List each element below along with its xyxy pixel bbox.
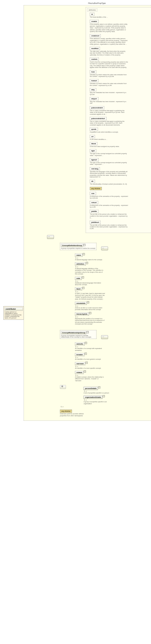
element-desc: Represents the position of a concept in …	[75, 318, 105, 325]
attr-desc: A refinement of the semantics of the pro…	[90, 204, 128, 208]
cardinality: 0..∞	[84, 390, 114, 392]
expand-icon[interactable]: +	[84, 370, 86, 372]
choice-group: personDetails+0..∞A set of properties sp…	[60, 385, 151, 408]
root-desc: A party (person or organisation) which m…	[4, 311, 23, 319]
attr-desc: The job title of the person who created …	[90, 214, 128, 219]
any-other-attr: any ##other	[90, 187, 102, 190]
expand-icon[interactable]: +	[82, 287, 84, 289]
attribute-item: creatoruriIf the attribute is empty, spe…	[90, 34, 151, 45]
attr-name: jobtitleuri	[90, 221, 100, 224]
element-desc: In NAR 1.8 and later, facet is deprecate…	[75, 293, 105, 300]
attr-name: dir	[90, 180, 95, 183]
group-desc: A group of properties required to define…	[61, 248, 95, 249]
attr-desc: Why the metadata has been included - exp…	[90, 101, 128, 104]
element-desc: A natural language definition of the sem…	[75, 268, 105, 275]
attr-desc: Indicates by which means the value was e…	[90, 74, 128, 78]
attribute-item: typeThe type of the concept assigned as …	[90, 149, 151, 156]
expand-icon[interactable]: +	[103, 395, 105, 397]
attribute-item: howuriIndicates by which means the value…	[90, 79, 151, 86]
main-container: contributor A party (person or organisat…	[24, 5, 151, 421]
attr-name: why	[90, 88, 96, 91]
element-name: name	[75, 254, 82, 257]
attr-name: xml:lang	[90, 167, 100, 170]
element-item: definition+0..∞A natural language defini…	[75, 262, 105, 275]
element-desc: A related concept, where the relationshi…	[75, 376, 105, 382]
cardinality: 0..∞	[76, 366, 105, 367]
attr-desc: A URI which identifies a ...	[90, 138, 128, 140]
sequence-icon	[101, 335, 108, 339]
expand-icon[interactable]: +	[86, 331, 89, 333]
element-name: personDetails	[84, 387, 98, 390]
attribute-item: creatorIf the property value is not defi…	[90, 20, 151, 32]
attribute-item: roleA refinement of the semantics of the…	[90, 192, 151, 199]
attribute-item: jobtitleThe job title of the person who …	[90, 210, 151, 219]
element-item: remoteInfo+0..∞A link to an item or a we…	[75, 301, 105, 311]
attr-name: literal	[90, 142, 97, 145]
element-name: related	[75, 371, 84, 374]
expand-icon[interactable]: +	[86, 362, 88, 364]
expand-icon[interactable]: +	[83, 244, 86, 246]
expand-icon[interactable]: +	[86, 262, 88, 264]
attribute-item: typeuriThe type of the concept assigned …	[90, 158, 151, 166]
attr-name: typeuri	[90, 158, 98, 162]
attr-desc: Specifies the language of this property …	[90, 171, 128, 178]
attr-name: uri	[90, 135, 95, 138]
attribute-item: whyuriWhy the metadata has been included…	[90, 97, 151, 104]
root-element: contributor A party (person or organisat…	[4, 306, 24, 320]
expand-icon[interactable]: +	[83, 253, 85, 255]
cardinality: 0..∞	[84, 399, 114, 401]
element-item: hierarchyInfo+0..∞Represents the positio…	[75, 312, 105, 325]
cardinality: 0..∞	[76, 266, 105, 268]
element-name: broader	[75, 353, 84, 356]
attr-name: type	[90, 149, 96, 152]
attr-desc: One or many constraints that apply to pu…	[90, 120, 128, 126]
attr-desc: The job title of the person who created …	[90, 224, 128, 230]
attr-name: qcode	[90, 128, 98, 131]
expand-icon[interactable]: +	[82, 276, 84, 278]
cardinality: 0..∞	[76, 357, 105, 358]
attribute-item: idThe local identifier of the ...	[90, 13, 151, 18]
element-desc: A link to an item or a web resource whic…	[75, 307, 105, 311]
element-desc: Additional natural language information …	[75, 282, 105, 286]
any-other-elem: any ##other	[60, 410, 72, 413]
group-title: ConceptDefinitionGroup	[61, 244, 83, 247]
cardinality: 0..∞	[76, 346, 105, 348]
element-name: narrower	[75, 362, 85, 365]
element-item: name+0..∞A natural language name for the…	[75, 253, 105, 261]
element-desc: A group of properties specific to an org…	[84, 401, 114, 404]
attribute-item: dirThe directionality of textual content…	[90, 180, 151, 185]
attr-name: pubconstrainturi	[90, 117, 106, 120]
sequence-icon	[47, 235, 54, 239]
attr-desc: Why the metadata has been included - exp…	[90, 92, 128, 96]
attr-desc: The type of the concept assigned as cont…	[90, 153, 128, 156]
expand-icon[interactable]: +	[89, 312, 91, 314]
attributes-container: attributes idThe local identifier of the…	[86, 7, 151, 233]
element-item: broader+0..∞An identifier of a more gene…	[75, 352, 105, 360]
expand-icon[interactable]: +	[85, 352, 87, 355]
cardinality: 0..∞	[76, 280, 105, 282]
element-name: remoteInfo	[75, 302, 87, 305]
root-name: contributor	[4, 307, 23, 311]
attribute-item: uriA URI which identifies a ...	[90, 135, 151, 140]
attr-desc: The type of the concept assigned as cont…	[90, 162, 128, 166]
attribute-item: modifiedThe date (and, optionally, the t…	[90, 47, 151, 56]
cardinality: 0..∞	[76, 316, 105, 318]
attribute-item: customIf set to true the corresponding p…	[90, 58, 151, 68]
attr-desc: The directionality of textual content (e…	[90, 183, 128, 185]
attr-desc: Indicates by which means the value was e…	[90, 83, 128, 86]
element-desc: A natural language name for the concept.	[75, 259, 105, 261]
element-item: narrower+0..∞An identifier of a more spe…	[75, 362, 105, 369]
ext-desc: Extension point for provider-defined pro…	[60, 413, 90, 417]
cardinality: 0..∞	[76, 374, 105, 376]
attribute-item: literalA free-text value assigned as pro…	[90, 142, 151, 148]
element-desc: An identifier of a more generic concept.	[75, 358, 105, 360]
expand-icon[interactable]: +	[98, 386, 100, 388]
expand-icon[interactable]: +	[87, 301, 89, 304]
cardinality: 0..∞	[61, 406, 151, 408]
element-name: definition	[75, 262, 86, 266]
cardinality: 0..∞	[76, 305, 105, 307]
attr-desc: A free-text value assigned as property v…	[90, 146, 128, 148]
attribute-item: pubconstraintOne or many constraints tha…	[90, 106, 151, 115]
expand-icon[interactable]: +	[85, 342, 87, 344]
attr-name: howuri	[90, 79, 98, 82]
